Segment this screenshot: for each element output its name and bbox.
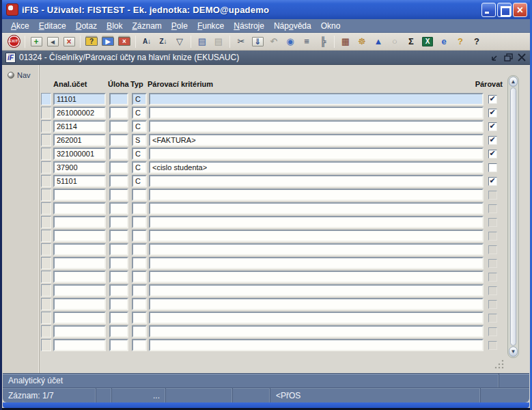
menu-okno[interactable]: Okno (316, 20, 346, 32)
kriterium-field[interactable] (149, 312, 484, 324)
uloha-field[interactable] (109, 189, 128, 201)
vertical-scrollbar[interactable]: ▲ ▼ (507, 75, 519, 358)
mdi-restore-button[interactable] (504, 53, 514, 62)
uloha-field[interactable] (109, 339, 128, 351)
sum-icon[interactable]: Σ (403, 34, 419, 49)
kriterium-field[interactable] (149, 339, 484, 351)
uloha-field[interactable] (109, 312, 128, 324)
uloha-field[interactable] (109, 230, 128, 242)
nav-toggle[interactable]: Nav (8, 71, 39, 79)
kriterium-field[interactable] (149, 189, 484, 201)
menu-pole[interactable]: Pole (167, 20, 193, 32)
row-selector[interactable] (41, 243, 51, 256)
anal-ucet-field[interactable]: 51101 (53, 175, 106, 187)
typ-field[interactable] (132, 312, 147, 324)
detail-list-icon[interactable]: ≡ (298, 34, 315, 49)
uloha-field[interactable] (109, 93, 128, 105)
print-preview-icon[interactable]: ▤ (210, 34, 227, 49)
typ-field[interactable] (132, 271, 147, 283)
anal-ucet-field[interactable] (53, 243, 106, 256)
row-selector[interactable] (41, 284, 51, 297)
typ-field[interactable]: C (132, 120, 147, 133)
anal-ucet-field[interactable] (53, 339, 106, 351)
new-record-icon[interactable]: + (28, 34, 44, 49)
row-selector[interactable] (41, 339, 51, 351)
delete-record-icon[interactable]: × (61, 34, 77, 49)
parovat-checkbox[interactable] (488, 150, 497, 159)
uloha-field[interactable] (109, 243, 128, 256)
row-selector[interactable] (41, 148, 51, 160)
uloha-field[interactable] (109, 284, 128, 297)
history-icon[interactable]: ○ (387, 34, 403, 49)
print-icon[interactable]: ▤ (194, 34, 210, 49)
anal-ucet-field[interactable]: 262001 (53, 134, 106, 146)
query-execute-icon[interactable]: ▶ (100, 34, 116, 49)
query-enter-icon[interactable]: ? (83, 34, 100, 49)
kriterium-field[interactable] (149, 175, 484, 187)
menu-akce[interactable]: Akce (6, 20, 34, 32)
anal-ucet-field[interactable]: 261000002 (53, 107, 106, 119)
scroll-down-icon[interactable]: ▼ (509, 346, 518, 357)
uloha-field[interactable] (109, 325, 128, 338)
typ-field[interactable] (132, 284, 147, 297)
menu-zaznam[interactable]: Záznam (127, 20, 166, 32)
parovat-checkbox[interactable] (488, 177, 497, 186)
uloha-field[interactable] (109, 161, 128, 174)
kriterium-field[interactable] (149, 298, 484, 310)
kriterium-field[interactable] (149, 148, 484, 160)
typ-field[interactable] (132, 216, 147, 228)
row-selector[interactable] (41, 161, 51, 174)
parovat-checkbox[interactable] (488, 122, 497, 131)
uloha-field[interactable] (109, 271, 128, 283)
kriterium-field[interactable] (149, 107, 484, 119)
anal-ucet-field[interactable] (53, 312, 106, 324)
parovat-checkbox[interactable] (488, 95, 497, 104)
row-selector[interactable] (41, 216, 51, 228)
anal-ucet-field[interactable] (53, 325, 106, 338)
kriterium-field[interactable] (149, 202, 484, 215)
menu-nastroje[interactable]: Nástroje (229, 20, 269, 32)
row-selector[interactable] (41, 298, 51, 310)
typ-field[interactable] (132, 189, 147, 201)
mdi-close-button[interactable] (517, 53, 527, 62)
typ-field[interactable] (132, 230, 147, 242)
uloha-field[interactable] (109, 134, 128, 146)
sort-desc-icon[interactable]: Z↓ (155, 34, 171, 49)
kriterium-field[interactable]: <FAKTURA> (149, 134, 484, 146)
web-browser-icon[interactable]: e (436, 34, 452, 49)
parovat-checkbox[interactable] (488, 163, 497, 172)
kriterium-field[interactable] (149, 230, 484, 242)
menu-dotaz[interactable]: Dotaz (71, 20, 102, 32)
typ-field[interactable] (132, 325, 147, 338)
uloha-field[interactable] (109, 298, 128, 310)
kriterium-field[interactable] (149, 216, 484, 228)
kriterium-field[interactable]: <cislo studenta> (149, 161, 484, 174)
resize-grip[interactable] (494, 359, 504, 369)
anal-ucet-field[interactable] (53, 271, 106, 283)
anal-ucet-field[interactable]: 321000001 (53, 148, 106, 160)
row-selector[interactable] (41, 134, 51, 146)
typ-field[interactable]: C (132, 93, 147, 105)
anal-ucet-field[interactable] (53, 216, 106, 228)
uloha-field[interactable] (109, 148, 128, 160)
anal-ucet-field[interactable] (53, 284, 106, 297)
menu-editace[interactable]: Editace (34, 20, 71, 32)
anal-ucet-field[interactable] (53, 230, 106, 242)
anal-ucet-field[interactable]: 11101 (53, 93, 106, 105)
row-selector[interactable] (41, 271, 51, 283)
menu-funkce[interactable]: Funkce (193, 20, 229, 32)
undo-icon[interactable]: ↶ (266, 34, 282, 49)
maximize-button[interactable] (497, 3, 512, 17)
row-selector[interactable] (41, 93, 51, 105)
anal-ucet-field[interactable] (53, 298, 106, 310)
mdi-minimize-button[interactable] (491, 53, 501, 62)
query-cancel-icon[interactable]: × (116, 34, 132, 49)
typ-field[interactable]: C (132, 175, 147, 187)
row-selector[interactable] (41, 230, 51, 242)
typ-field[interactable]: C (132, 161, 147, 174)
row-selector[interactable] (41, 325, 51, 338)
zoom-icon[interactable]: ◉ (282, 34, 298, 49)
uloha-field[interactable] (109, 107, 128, 119)
row-selector[interactable] (41, 120, 51, 133)
close-button[interactable] (513, 3, 527, 17)
